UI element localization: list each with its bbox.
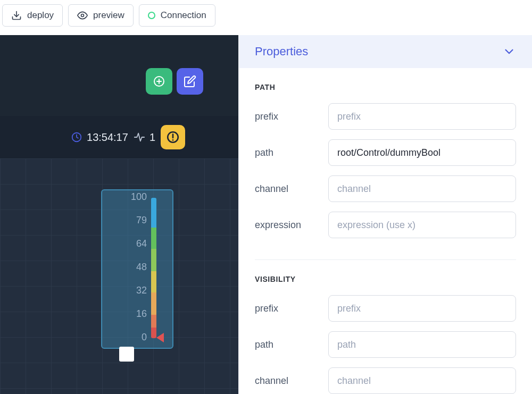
gauge-tick: 16 (136, 308, 147, 320)
canvas-toolbar (146, 68, 203, 95)
edit-icon (184, 75, 196, 88)
gauge-segment (151, 249, 156, 271)
connection-button[interactable]: Connection (139, 4, 215, 27)
gauge-segment (151, 328, 156, 338)
svg-point-1 (81, 14, 84, 17)
gauge-tick: 100 (131, 191, 147, 203)
gauge-tick: 64 (136, 238, 147, 249)
gauge-color-strip (151, 198, 156, 338)
visibility-prefix-input[interactable] (328, 295, 516, 322)
properties-title: Properties (255, 45, 308, 58)
gauge-segment (151, 315, 156, 328)
canvas-area: 13:54:17 1 10079644832160 (0, 35, 238, 394)
top-toolbar: deploy preview Connection (0, 0, 532, 35)
section-path: PATH prefix path channel expression (255, 83, 516, 259)
gauge-segment (151, 292, 156, 315)
section-visibility: VISIBILITY prefix path channel expressio… (255, 259, 516, 394)
alert-circle-icon (166, 130, 180, 144)
connection-status-dot-icon (148, 12, 155, 19)
path-expression-label: expression (255, 220, 319, 231)
download-icon (11, 10, 22, 21)
plus-circle-icon (153, 75, 165, 88)
section-path-title: PATH (255, 83, 516, 91)
section-visibility-title: VISIBILITY (255, 275, 516, 283)
path-path-input[interactable] (328, 139, 516, 166)
edit-button[interactable] (177, 68, 203, 95)
gauge-widget[interactable]: 10079644832160 (101, 189, 173, 349)
properties-panel: Properties PATH prefix path channel (238, 35, 532, 394)
visibility-path-label: path (255, 339, 319, 350)
gauge-pointer-icon (156, 333, 164, 342)
gauge-tick: 0 (142, 332, 147, 343)
path-channel-input[interactable] (328, 175, 516, 202)
visibility-channel-input[interactable] (328, 367, 516, 394)
deploy-button[interactable]: deploy (2, 4, 63, 27)
properties-panel-body: PATH prefix path channel expression (239, 68, 532, 394)
preview-button[interactable]: preview (68, 4, 134, 27)
clock-icon (71, 131, 82, 143)
path-path-label: path (255, 147, 319, 158)
deploy-label: deploy (27, 10, 54, 21)
gauge-segment (151, 198, 156, 228)
path-channel-label: channel (255, 183, 319, 195)
gauge-segment (151, 228, 156, 249)
resize-handle[interactable] (119, 347, 134, 362)
time-value: 13:54:17 (87, 131, 128, 144)
visibility-prefix-label: prefix (255, 303, 319, 314)
activity-icon (134, 131, 145, 143)
warning-button[interactable] (161, 125, 185, 149)
connection-label: Connection (161, 10, 206, 21)
path-prefix-label: prefix (255, 111, 319, 122)
gauge-segment (151, 271, 156, 292)
gauge-tick: 48 (136, 262, 147, 273)
properties-panel-header[interactable]: Properties (239, 35, 532, 68)
pulse-count: 1 (149, 131, 155, 144)
gauge-tick: 79 (136, 215, 147, 226)
gauge-scale: 10079644832160 (106, 197, 168, 346)
eye-icon (77, 10, 88, 21)
status-pulse: 1 (134, 131, 155, 144)
status-time: 13:54:17 (71, 131, 128, 144)
add-button[interactable] (146, 68, 172, 95)
path-expression-input[interactable] (328, 212, 516, 238)
visibility-path-input[interactable] (328, 331, 516, 358)
visibility-channel-label: channel (255, 375, 319, 387)
status-bar: 13:54:17 1 (0, 116, 238, 158)
preview-label: preview (93, 10, 124, 21)
chevron-down-icon (502, 45, 516, 58)
gauge-tick: 32 (136, 285, 147, 296)
path-prefix-input[interactable] (328, 103, 516, 130)
